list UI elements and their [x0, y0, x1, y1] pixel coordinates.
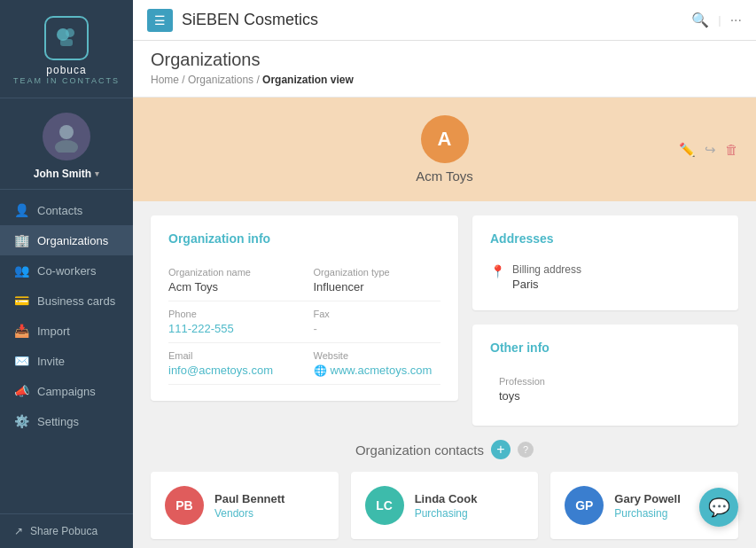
org-name-value: Acm Toys [168, 280, 305, 294]
org-email-cell: Email info@acmetoys.com [168, 343, 305, 385]
topbar-title: SiEBEN Cosmetics [182, 11, 682, 29]
delete-org-button[interactable]: 🗑 [725, 142, 738, 158]
org-info-center: A Acm Toys [416, 115, 473, 184]
sidebar-share-label: Share Pobuca [30, 525, 97, 537]
contacts-section-title: Organization contacts [355, 442, 484, 458]
share-icon: ↗ [14, 525, 23, 537]
org-phone-value[interactable]: 111-222-555 [168, 322, 305, 335]
app-logo-icon [44, 16, 89, 60]
sidebar-item-business-cards[interactable]: 💳 Business cards [0, 286, 133, 316]
user-name-button[interactable]: John Smith ▾ [34, 168, 99, 180]
org-info-card-col: Organization info Organization name Acm … [151, 215, 458, 426]
sidebar-logo: pobuca TEAM IN CONTACTS [0, 0, 133, 98]
sidebar-item-contacts[interactable]: 👤 Contacts [0, 195, 133, 225]
sidebar-item-coworkers[interactable]: 👥 Co-workers [0, 255, 133, 286]
cards-row: Organization info Organization name Acm … [133, 201, 756, 440]
contact-card-lc[interactable]: LC Linda Cook Purchasing [351, 472, 539, 539]
svg-rect-2 [60, 39, 73, 46]
breadcrumb-organizations[interactable]: Organizations [188, 74, 253, 86]
org-type-label: Organization type [314, 267, 441, 278]
other-info-card-title: Other info [490, 341, 721, 355]
org-fax-value: - [314, 322, 441, 335]
org-website-label: Website [314, 350, 441, 361]
content-area: A Acm Toys ✏️ ↪ 🗑 Organization info Orga… [133, 98, 756, 548]
org-name-label: Organization name [168, 267, 305, 278]
business-cards-icon: 💳 [14, 294, 28, 308]
org-actions: ✏️ ↪ 🗑 [679, 142, 738, 158]
sidebar-item-import-label: Import [37, 325, 70, 338]
org-email-label: Email [168, 350, 305, 361]
contact-name: Gary Powell [614, 492, 680, 505]
topbar: ☰ SiEBEN Cosmetics 🔍 | ··· [133, 0, 756, 41]
sidebar-item-settings-label: Settings [37, 415, 79, 428]
org-email-value[interactable]: info@acmetoys.com [168, 364, 305, 377]
topbar-menu-button[interactable]: ☰ [147, 9, 173, 32]
contact-department: Purchasing [415, 507, 478, 520]
svg-point-4 [55, 140, 78, 153]
campaigns-icon: 📣 [14, 384, 28, 398]
org-banner: A Acm Toys ✏️ ↪ 🗑 [133, 98, 756, 201]
sidebar-item-organizations[interactable]: 🏢 Organizations [0, 225, 133, 255]
contact-card-pb[interactable]: PB Paul Bennett Vendors [151, 472, 339, 539]
other-info-card: Other info Profession toys [472, 325, 738, 426]
contact-department: Purchasing [614, 507, 680, 520]
import-icon: 📥 [14, 324, 28, 338]
breadcrumb-current: Organization view [262, 74, 354, 86]
sidebar-item-campaigns[interactable]: 📣 Campaigns [0, 376, 133, 406]
sidebar-item-import[interactable]: 📥 Import [0, 316, 133, 346]
org-name: Acm Toys [416, 168, 473, 184]
org-avatar: A [421, 115, 469, 163]
org-phone-cell: Phone 111-222-555 [168, 301, 305, 343]
edit-org-button[interactable]: ✏️ [679, 142, 696, 158]
right-cards-col: Addresses 📍 Billing address Paris Other … [472, 215, 738, 426]
org-info-grid: Organization name Acm Toys Organization … [168, 260, 440, 385]
add-contact-button[interactable]: + [491, 440, 510, 459]
contact-name: Linda Cook [415, 492, 478, 505]
breadcrumb-home[interactable]: Home [151, 74, 179, 86]
search-button[interactable]: 🔍 [691, 12, 709, 28]
chat-fab-button[interactable]: 💬 [699, 488, 738, 527]
org-info-card: Organization info Organization name Acm … [151, 215, 458, 401]
sidebar-item-settings[interactable]: ⚙️ Settings [0, 406, 133, 436]
org-name-cell: Organization name Acm Toys [168, 260, 305, 301]
page-header: Organizations Home / Organizations / Org… [133, 41, 756, 98]
sidebar-item-invite[interactable]: ✉️ Invite [0, 346, 133, 376]
sidebar: pobuca TEAM IN CONTACTS John Smith ▾ 👤 C… [0, 0, 133, 548]
sidebar-user: John Smith ▾ [0, 98, 133, 190]
contacts-header: Organization contacts + ? [151, 440, 738, 459]
profession-label: Profession [499, 376, 721, 387]
org-website-value[interactable]: 🌐 www.acmetoys.com [314, 364, 441, 377]
contact-avatar: PB [165, 486, 204, 525]
addresses-card: Addresses 📍 Billing address Paris [472, 215, 738, 310]
addresses-card-title: Addresses [490, 231, 721, 246]
sidebar-share-button[interactable]: ↗ Share Pobuca [0, 513, 133, 548]
org-phone-label: Phone [168, 309, 305, 319]
billing-address-city: Paris [512, 278, 581, 291]
billing-address-item: 📍 Billing address Paris [490, 260, 721, 294]
svg-point-1 [66, 28, 74, 37]
more-options-button[interactable]: ··· [730, 12, 742, 28]
organizations-icon: 🏢 [14, 233, 28, 247]
main-content: ☰ SiEBEN Cosmetics 🔍 | ··· Organizations… [133, 0, 756, 548]
sidebar-item-campaigns-label: Campaigns [37, 385, 96, 398]
breadcrumb: Home / Organizations / Organization view [151, 74, 738, 86]
share-org-button[interactable]: ↪ [705, 142, 716, 158]
sidebar-item-coworkers-label: Co-workers [37, 264, 96, 278]
org-type-cell: Organization type Influencer [305, 260, 441, 301]
app-logo-text: pobuca [46, 64, 86, 76]
sidebar-item-business-cards-label: Business cards [37, 294, 115, 308]
contacts-help-button[interactable]: ? [518, 442, 534, 458]
coworkers-icon: 👥 [14, 263, 28, 278]
avatar [43, 113, 90, 160]
org-fax-label: Fax [314, 309, 441, 319]
contact-avatar: GP [565, 486, 604, 525]
invite-icon: ✉️ [14, 354, 28, 368]
contacts-section: Organization contacts + ? PB Paul Bennet… [133, 440, 756, 548]
org-fax-cell: Fax - [305, 301, 441, 343]
billing-address-label: Billing address [512, 263, 581, 276]
profession-cell: Profession toys [490, 369, 721, 410]
topbar-divider: | [718, 13, 721, 27]
contacts-icon: 👤 [14, 203, 28, 217]
page-title: Organizations [151, 50, 738, 70]
org-info-card-title: Organization info [168, 231, 440, 246]
